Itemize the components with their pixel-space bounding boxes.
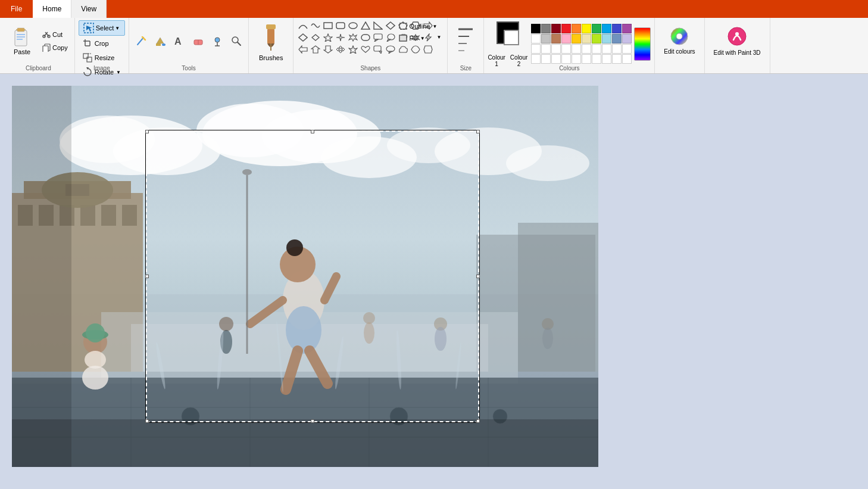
edit-colours-button[interactable]: Edit colours	[658, 24, 700, 58]
shape-down-arrow[interactable]	[322, 44, 334, 55]
edit-paint3d-button[interactable]: Edit with Paint 3D	[708, 23, 766, 60]
magnifier-button[interactable]	[228, 33, 245, 49]
colour-cell[interactable]	[612, 24, 622, 33]
crop-button[interactable]: Crop	[79, 37, 125, 50]
shape-rounded-diamond[interactable]	[310, 32, 321, 43]
colour-cell[interactable]	[612, 44, 622, 54]
pencil-button[interactable]	[133, 33, 149, 49]
shape-rectangle[interactable]	[322, 20, 334, 31]
size-button[interactable]	[451, 24, 480, 58]
color-picker-button[interactable]	[209, 33, 226, 49]
colour-cell[interactable]	[531, 54, 541, 64]
colour-cell[interactable]	[612, 54, 622, 64]
fill-dropdown-icon: ▼	[420, 36, 425, 41]
colour-cell[interactable]	[561, 44, 571, 54]
colour-cell[interactable]	[592, 44, 601, 54]
colour-cell[interactable]	[572, 44, 581, 54]
shape-callout2[interactable]	[372, 44, 384, 55]
resize-button[interactable]: Resize	[79, 51, 125, 64]
canvas-image[interactable]	[12, 86, 598, 467]
colour-cell[interactable]	[531, 24, 541, 33]
shape-star4[interactable]	[335, 32, 346, 43]
svg-point-91	[506, 145, 589, 181]
colour-cell[interactable]	[561, 34, 571, 43]
tab-view[interactable]: View	[71, 0, 107, 18]
shape-rounded-rect[interactable]	[335, 20, 346, 31]
tab-home[interactable]: Home	[33, 0, 71, 18]
fill-button[interactable]: Fill ▼	[395, 32, 442, 44]
svg-rect-145	[12, 86, 71, 467]
svg-rect-11	[43, 46, 48, 52]
colour-cell[interactable]	[612, 34, 622, 43]
shape-4way-arrow[interactable]	[335, 44, 346, 55]
text-button[interactable]: A	[171, 33, 188, 49]
paste-button[interactable]: Paste	[6, 20, 38, 61]
crop-icon	[83, 39, 92, 48]
colour-cell[interactable]	[531, 34, 541, 43]
colour-cell[interactable]	[551, 54, 561, 64]
colour-cell[interactable]	[592, 54, 601, 64]
brushes-button[interactable]: Brushes	[252, 20, 289, 64]
colour-cell[interactable]	[572, 34, 581, 43]
colour-cell[interactable]	[602, 34, 611, 43]
colour-cell[interactable]	[622, 54, 632, 64]
colour-cell[interactable]	[582, 44, 591, 54]
cut-button[interactable]: Cut	[39, 29, 71, 41]
colour-cell[interactable]	[592, 24, 601, 33]
colour1-swatch[interactable]	[495, 20, 520, 54]
copy-label: Copy	[52, 44, 68, 51]
colour-cell[interactable]	[582, 54, 591, 64]
size-icon	[456, 27, 475, 55]
shape-ellipse[interactable]	[347, 20, 359, 31]
colour-cell[interactable]	[602, 44, 611, 54]
shape-squiggle[interactable]	[310, 20, 321, 31]
svg-point-132	[364, 322, 374, 344]
colour-cell[interactable]	[551, 34, 561, 43]
shape-right-triangle[interactable]	[372, 20, 384, 31]
color-picker-icon	[211, 35, 223, 47]
fill-tool-button[interactable]	[152, 33, 168, 49]
colour-cell[interactable]	[561, 24, 571, 33]
colour-cell[interactable]	[561, 54, 571, 64]
colour-cell[interactable]	[602, 54, 611, 64]
colour-cell[interactable]	[582, 34, 591, 43]
colour-cell[interactable]	[622, 24, 632, 33]
colour-cell[interactable]	[592, 34, 601, 43]
colour-cell[interactable]	[551, 24, 561, 33]
shape-curve[interactable]	[297, 20, 309, 31]
colour-cell[interactable]	[602, 24, 611, 33]
size-group: Size	[448, 18, 484, 73]
colour-cell[interactable]	[541, 44, 551, 54]
colour-cell[interactable]	[531, 44, 541, 54]
shape-star6[interactable]	[347, 32, 359, 43]
shape-diamond2[interactable]	[297, 32, 309, 43]
shape-star5[interactable]	[322, 32, 334, 43]
shape-left-arrow[interactable]	[297, 44, 309, 55]
shape-up-arrow[interactable]	[310, 44, 321, 55]
copy-button[interactable]: Copy	[39, 42, 71, 54]
colour-cell[interactable]	[551, 44, 561, 54]
colour-cell[interactable]	[622, 34, 632, 43]
svg-point-118	[286, 239, 303, 256]
select-button[interactable]: Select ▼	[79, 20, 125, 36]
image-label: Image	[75, 65, 129, 71]
outline-button[interactable]: Outline ▼	[395, 20, 442, 32]
colour-cell[interactable]	[582, 24, 591, 33]
shape-rect-rounded2[interactable]	[360, 32, 371, 43]
rainbow-swatch[interactable]	[634, 27, 651, 61]
svg-marker-60	[311, 46, 320, 53]
eraser-button[interactable]	[190, 33, 207, 49]
colour-cell[interactable]	[541, 24, 551, 33]
colour-cell[interactable]	[541, 34, 551, 43]
tab-file[interactable]: File	[0, 0, 33, 18]
colour-cell[interactable]	[541, 54, 551, 64]
svg-point-30	[215, 38, 220, 42]
shape-triangle[interactable]	[360, 20, 371, 31]
colour-cell[interactable]	[622, 44, 632, 54]
shape-star3[interactable]	[347, 44, 359, 55]
shape-callout[interactable]	[372, 32, 384, 43]
shape-heart[interactable]	[360, 44, 371, 55]
svg-marker-50	[336, 34, 345, 41]
colour-cell[interactable]	[572, 54, 581, 64]
colour-cell[interactable]	[572, 24, 581, 33]
